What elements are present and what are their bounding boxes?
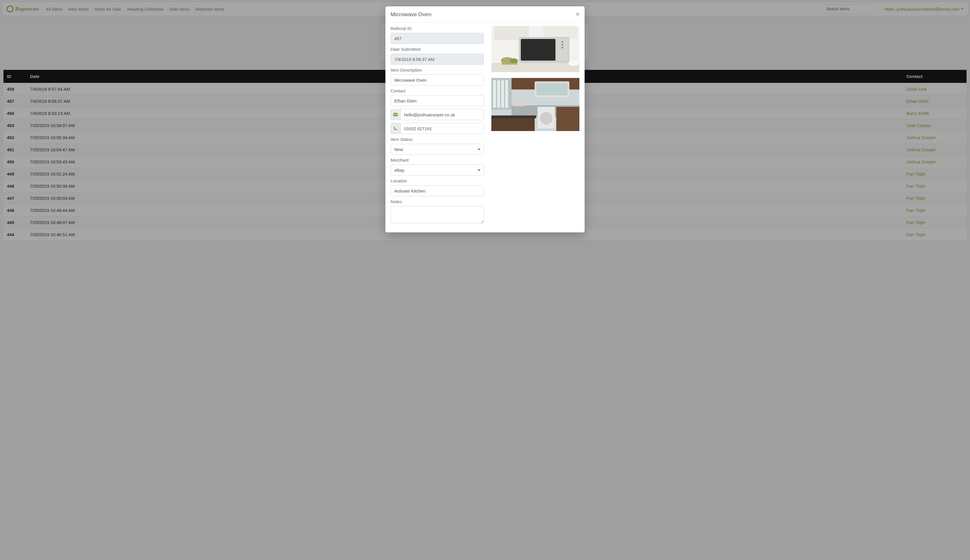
svg-rect-0: [393, 113, 398, 116]
phone-input-group: [391, 123, 484, 134]
svg-rect-17: [493, 80, 496, 108]
location-field[interactable]: [391, 185, 484, 196]
label-notes: Notes: [391, 199, 484, 204]
item-detail-modal: Microwave Oven × Referral ID Date Submit…: [385, 7, 585, 232]
item-image-2[interactable]: [492, 78, 579, 131]
svg-rect-30: [556, 107, 579, 131]
svg-point-8: [562, 44, 563, 46]
svg-rect-29: [492, 115, 536, 118]
label-item-status: Item Status: [391, 137, 484, 142]
form-column: Referral ID Date Submitted Item Descript…: [391, 26, 484, 227]
email-input-group: [391, 109, 484, 120]
label-location: Location: [391, 178, 484, 183]
merchant-select[interactable]: eBay: [391, 165, 484, 175]
modal-overlay[interactable]: Microwave Oven × Referral ID Date Submit…: [0, 0, 970, 246]
referral-id-field[interactable]: [391, 33, 484, 44]
label-item-description: Item Description: [391, 68, 484, 72]
contact-field[interactable]: [391, 95, 484, 106]
item-image-1[interactable]: [492, 26, 579, 72]
modal-title: Microwave Oven: [391, 11, 432, 18]
phone-icon: [391, 123, 400, 134]
email-field[interactable]: [400, 109, 484, 120]
svg-point-27: [540, 112, 553, 125]
label-date-submitted: Date Submitted: [391, 47, 484, 52]
svg-rect-5: [521, 39, 555, 61]
image-column: [492, 26, 579, 227]
svg-rect-28: [492, 117, 535, 131]
email-icon: [391, 109, 400, 120]
svg-rect-23: [537, 83, 568, 95]
modal-body: Referral ID Date Submitted Item Descript…: [385, 23, 585, 232]
svg-point-14: [568, 61, 579, 66]
svg-point-9: [562, 47, 563, 48]
svg-point-7: [562, 41, 563, 43]
label-contact: Contact: [391, 88, 484, 93]
modal-header: Microwave Oven ×: [385, 7, 585, 23]
close-icon[interactable]: ×: [576, 11, 579, 18]
svg-rect-19: [501, 80, 504, 108]
svg-rect-25: [513, 98, 525, 106]
phone-field[interactable]: [400, 123, 484, 134]
notes-field[interactable]: [391, 206, 484, 223]
label-merchant: Merchant: [391, 158, 484, 163]
label-referral-id: Referral ID: [391, 26, 484, 31]
svg-rect-13: [502, 63, 517, 65]
svg-rect-18: [497, 80, 500, 108]
date-submitted-field[interactable]: [391, 54, 484, 65]
item-description-field[interactable]: [391, 75, 484, 85]
item-status-select[interactable]: New: [391, 144, 484, 155]
svg-rect-20: [505, 80, 508, 108]
